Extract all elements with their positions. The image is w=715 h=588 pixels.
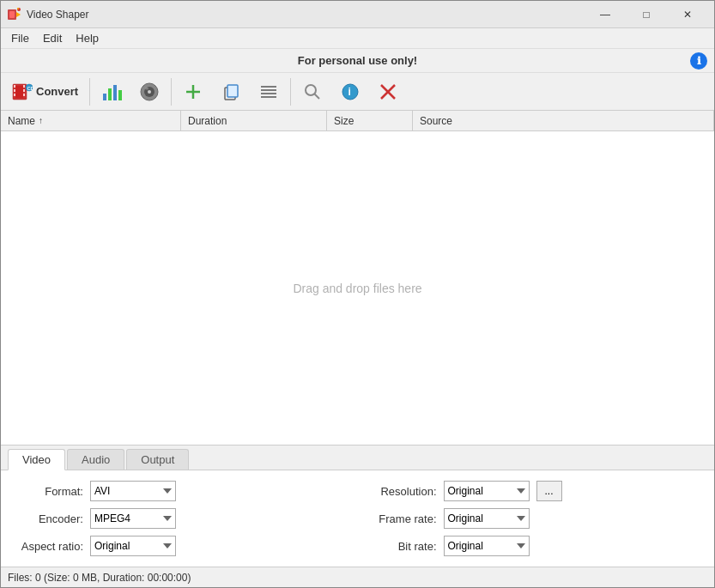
column-source[interactable]: Source bbox=[413, 111, 714, 130]
tab-output[interactable]: Output bbox=[126, 449, 189, 470]
banner-text: For personal use only! bbox=[298, 54, 417, 67]
toolbar: CD Convert bbox=[1, 73, 714, 111]
svg-marker-2 bbox=[16, 12, 21, 17]
resolution-dots-button[interactable]: ... bbox=[536, 481, 562, 501]
svg-point-31 bbox=[306, 85, 316, 95]
column-duration[interactable]: Duration bbox=[181, 111, 327, 130]
maximize-button[interactable]: □ bbox=[627, 3, 666, 27]
table-body-empty: Drag and drop files here bbox=[1, 131, 714, 445]
column-size[interactable]: Size bbox=[327, 111, 413, 130]
add-icon bbox=[183, 82, 203, 102]
resolution-select[interactable]: Original 1920x1080 1280x720 854x480 bbox=[444, 481, 530, 501]
settings-panel: Format: AVI MP4 MKV MOV WMV Encoder: MPE… bbox=[1, 470, 714, 567]
svg-rect-15 bbox=[103, 94, 106, 100]
info-icon-button[interactable]: ℹ bbox=[690, 52, 707, 70]
convert-icon: CD bbox=[12, 82, 33, 102]
svg-rect-7 bbox=[14, 89, 15, 92]
window-controls: — □ ✕ bbox=[585, 3, 707, 27]
title-bar: Video Shaper — □ ✕ bbox=[1, 1, 714, 28]
convert-button[interactable]: CD Convert bbox=[4, 76, 86, 107]
svg-point-4 bbox=[17, 8, 19, 9]
info-icon: i bbox=[340, 82, 361, 102]
tab-video[interactable]: Video bbox=[8, 449, 65, 470]
encoder-select[interactable]: MPEG4 H.264 H.265 VP8 bbox=[90, 508, 176, 529]
status-bar: Files: 0 (Size: 0 MB, Duration: 00:00:00… bbox=[1, 567, 714, 587]
minimize-button[interactable]: — bbox=[585, 3, 625, 27]
disc-icon bbox=[139, 82, 160, 102]
bitrate-label: Bit rate: bbox=[368, 540, 437, 553]
file-table: Name ↑ Duration Size Source Drag and dro… bbox=[1, 111, 714, 445]
info-button[interactable]: i bbox=[332, 76, 368, 107]
menu-bar: File Edit Help bbox=[1, 28, 714, 49]
svg-rect-17 bbox=[113, 85, 117, 100]
svg-rect-10 bbox=[23, 89, 25, 92]
svg-rect-6 bbox=[14, 85, 15, 88]
encoder-label: Encoder: bbox=[15, 512, 83, 525]
format-select[interactable]: AVI MP4 MKV MOV WMV bbox=[90, 481, 176, 501]
add-button[interactable] bbox=[175, 76, 211, 107]
empty-message: Drag and drop files here bbox=[293, 282, 421, 295]
delete-button[interactable] bbox=[370, 76, 406, 107]
svg-rect-11 bbox=[23, 94, 25, 96]
svg-rect-8 bbox=[14, 94, 15, 96]
format-row: Format: AVI MP4 MKV MOV WMV bbox=[15, 481, 348, 501]
svg-point-22 bbox=[145, 87, 148, 89]
bitrate-select[interactable]: Original 500k 1000k 2000k bbox=[444, 536, 530, 556]
app-icon bbox=[8, 8, 21, 21]
svg-rect-1 bbox=[9, 11, 15, 18]
main-window: Video Shaper — □ ✕ File Edit Help For pe… bbox=[0, 0, 715, 588]
status-text: Files: 0 (Size: 0 MB, Duration: 00:00:00… bbox=[8, 572, 191, 584]
toolbar-separator-1 bbox=[89, 78, 90, 106]
svg-text:i: i bbox=[348, 86, 351, 98]
svg-line-32 bbox=[315, 94, 320, 99]
toolbar-separator-3 bbox=[290, 78, 291, 106]
search-icon bbox=[302, 82, 323, 102]
format-label: Format: bbox=[15, 485, 83, 498]
table-header: Name ↑ Duration Size Source bbox=[1, 111, 714, 131]
svg-rect-18 bbox=[118, 90, 122, 100]
aspect-label: Aspect ratio: bbox=[15, 540, 83, 553]
column-name[interactable]: Name ↑ bbox=[1, 111, 181, 130]
aspect-row: Aspect ratio: Original 4:3 16:9 1:1 bbox=[15, 536, 348, 556]
copy-icon bbox=[221, 82, 241, 102]
framerate-row: Frame rate: Original 24 25 30 bbox=[368, 508, 701, 529]
copy-button[interactable] bbox=[213, 76, 249, 107]
tab-bar: Video Audio Output bbox=[1, 446, 714, 470]
disc-button[interactable] bbox=[131, 76, 167, 107]
list-icon bbox=[258, 82, 279, 102]
toolbar-separator-2 bbox=[171, 78, 172, 106]
framerate-label: Frame rate: bbox=[368, 512, 437, 525]
search-button[interactable] bbox=[294, 76, 330, 107]
close-button[interactable]: ✕ bbox=[668, 3, 707, 27]
framerate-select[interactable]: Original 24 25 30 bbox=[444, 508, 530, 529]
bottom-section: Video Audio Output Format: AVI MP4 MKV M… bbox=[1, 445, 714, 567]
menu-edit[interactable]: Edit bbox=[36, 28, 69, 48]
sort-arrow: ↑ bbox=[39, 116, 43, 125]
menu-file[interactable]: File bbox=[4, 28, 36, 48]
personal-use-banner: For personal use only! ℹ bbox=[1, 49, 714, 73]
bitrate-row: Bit rate: Original 500k 1000k 2000k bbox=[368, 536, 701, 556]
resolution-row: Resolution: Original 1920x1080 1280x720 … bbox=[368, 481, 701, 501]
stats-button[interactable] bbox=[94, 76, 130, 107]
menu-help[interactable]: Help bbox=[69, 28, 106, 48]
svg-point-21 bbox=[148, 90, 151, 94]
convert-label: Convert bbox=[36, 85, 78, 98]
encoder-row: Encoder: MPEG4 H.264 H.265 VP8 bbox=[15, 508, 348, 529]
list-button[interactable] bbox=[251, 76, 287, 107]
window-title: Video Shaper bbox=[27, 9, 585, 21]
svg-rect-26 bbox=[227, 85, 238, 97]
aspect-select[interactable]: Original 4:3 16:9 1:1 bbox=[90, 536, 176, 556]
svg-text:CD: CD bbox=[27, 86, 33, 91]
tab-audio[interactable]: Audio bbox=[67, 449, 124, 470]
svg-rect-16 bbox=[108, 88, 112, 100]
svg-rect-12 bbox=[15, 86, 23, 98]
delete-icon bbox=[378, 82, 398, 102]
svg-rect-9 bbox=[23, 85, 25, 88]
stats-icon bbox=[101, 82, 122, 102]
resolution-label: Resolution: bbox=[368, 485, 437, 498]
